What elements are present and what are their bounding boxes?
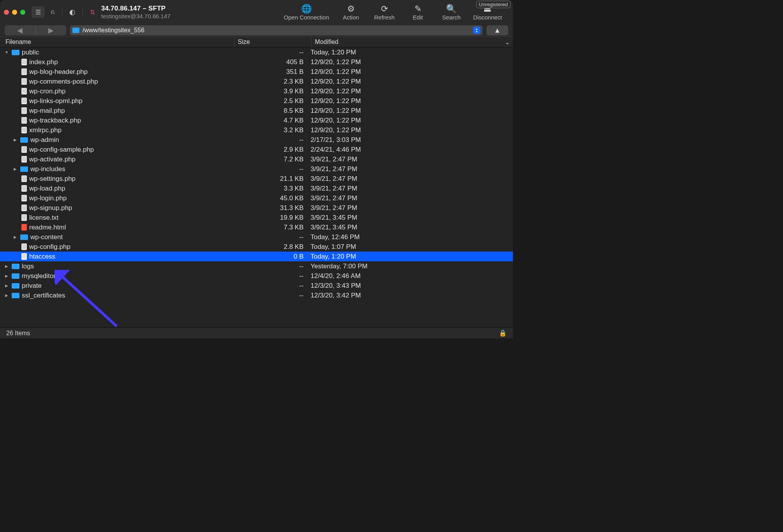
action-label: Disconnect [473, 14, 502, 21]
file-name: logs [22, 262, 34, 270]
clock-icon[interactable]: ◐ [69, 8, 75, 16]
disclosure-icon[interactable]: ▶ [12, 235, 18, 239]
file-size: -- [230, 292, 307, 299]
lock-icon: 🔒 [499, 329, 507, 337]
column-filename[interactable]: Filename [5, 38, 234, 46]
pathbar: ◀ ▶ /www/testingsitex_556 ▲▼ ▲ [0, 24, 513, 37]
file-row[interactable]: ▶ssl_certificates--12/3/20, 3:42 PM [0, 290, 513, 300]
column-modified[interactable]: Modified [311, 37, 501, 47]
action-label: Refresh [374, 14, 395, 21]
file-modified: Yesterday, 7:00 PM [307, 262, 513, 270]
open-connection-button[interactable]: 🌐 Open Connection [284, 4, 329, 21]
file-name: wp-trackback.php [29, 117, 81, 124]
edit-button[interactable]: ✎ Edit [406, 4, 430, 21]
file-size: 405 B [230, 58, 307, 66]
file-icon [21, 127, 27, 133]
refresh-button[interactable]: ⟳ Refresh [373, 4, 396, 21]
file-size: 351 B [230, 68, 307, 76]
gear-icon: ⚙︎ [347, 4, 355, 14]
disclosure-icon[interactable]: ▶ [4, 284, 9, 288]
file-row[interactable]: wp-comments-post.php2.3 KB12/9/20, 1:22 … [0, 77, 513, 86]
file-row[interactable]: readme.html7.3 KB3/9/21, 3:45 PM [0, 222, 513, 232]
column-size[interactable]: Size [234, 37, 311, 47]
folder-icon [12, 50, 19, 55]
file-name: wp-blog-header.php [29, 68, 88, 76]
file-row[interactable]: wp-trackback.php4.7 KB12/9/20, 1:22 PM [0, 116, 513, 125]
file-icon [21, 185, 27, 192]
file-icon [21, 175, 27, 182]
file-name: wp-links-opml.php [29, 97, 83, 105]
file-row[interactable]: ▶mysqleditor--12/4/20, 2:46 AM [0, 271, 513, 281]
window-controls [4, 10, 25, 15]
disclosure-icon[interactable]: ▶ [4, 293, 9, 298]
file-row[interactable]: index.php405 B12/9/20, 1:22 PM [0, 57, 513, 67]
sort-indicator-icon[interactable]: ⌄ [501, 38, 513, 46]
file-size: 21.1 KB [230, 175, 307, 183]
disclosure-icon[interactable]: ▼ [4, 50, 9, 54]
disclosure-icon[interactable]: ▶ [12, 167, 18, 171]
action-button[interactable]: ⚙︎ Action [339, 4, 363, 21]
item-count: 26 Items [6, 330, 30, 337]
disclosure-icon[interactable]: ▶ [4, 274, 9, 278]
up-directory-button[interactable]: ▲ [486, 25, 508, 35]
file-name: wp-includes [30, 165, 65, 173]
file-row[interactable]: wp-config.php2.8 KBToday, 1:07 PM [0, 242, 513, 252]
close-button[interactable] [4, 10, 9, 15]
minimize-button[interactable] [12, 10, 17, 15]
file-row[interactable]: wp-load.php3.3 KB3/9/21, 2:47 PM [0, 184, 513, 193]
file-name: wp-load.php [29, 185, 65, 192]
nav-history: ◀ ▶ [5, 25, 66, 35]
folder-icon [20, 234, 28, 240]
file-icon [21, 78, 27, 85]
file-icon [21, 88, 27, 94]
file-row[interactable]: wp-signup.php31.3 KB3/9/21, 2:47 PM [0, 203, 513, 213]
file-name: wp-activate.php [29, 156, 75, 163]
file-name: wp-config.php [29, 243, 70, 251]
file-row[interactable]: wp-activate.php7.2 KB3/9/21, 2:47 PM [0, 154, 513, 164]
titlebar: ☰ ⎌ ◐ ⇅ 34.70.86.147 – SFTP testingsitex… [0, 0, 513, 24]
file-name: htaccess [29, 253, 55, 261]
maximize-button[interactable] [20, 10, 25, 15]
file-row[interactable]: wp-config-sample.php2.9 KB2/24/21, 4:46 … [0, 145, 513, 154]
file-row[interactable]: wp-cron.php3.9 KB12/9/20, 1:22 PM [0, 86, 513, 96]
bookmarks-icon[interactable]: ⎌ [51, 9, 55, 16]
file-modified: 12/9/20, 1:22 PM [307, 88, 513, 95]
file-name: mysqleditor [22, 272, 56, 280]
path-field[interactable]: /www/testingsitex_556 ▲▼ [70, 25, 483, 35]
file-listing[interactable]: ▼public--Today, 1:20 PMindex.php405 B12/… [0, 47, 513, 327]
file-name: wp-settings.php [29, 175, 75, 183]
file-row[interactable]: license.txt19.9 KB3/9/21, 3:45 PM [0, 213, 513, 222]
file-row[interactable]: ▶wp-admin--2/17/21, 3:03 PM [0, 135, 513, 145]
search-button[interactable]: 🔍 Search [440, 4, 463, 21]
nav-forward-button[interactable]: ▶ [35, 25, 67, 35]
file-size: 2.3 KB [230, 78, 307, 86]
file-row[interactable]: ▶private--12/3/20, 3:43 PM [0, 281, 513, 290]
file-row[interactable]: ▶wp-includes--3/9/21, 2:47 PM [0, 164, 513, 174]
file-modified: 3/9/21, 3:45 PM [307, 224, 513, 231]
file-name: wp-signup.php [29, 204, 72, 212]
file-row[interactable]: wp-settings.php21.1 KB3/9/21, 2:47 PM [0, 174, 513, 184]
file-row[interactable]: ▶wp-content--Today, 12:46 PM [0, 232, 513, 242]
window-title-area: 34.70.86.147 – SFTP testingsitex@34.70.8… [101, 5, 170, 19]
file-size: 31.3 KB [230, 204, 307, 212]
file-row[interactable]: wp-login.php45.0 KB3/9/21, 2:47 PM [0, 193, 513, 203]
disclosure-icon[interactable]: ▶ [12, 138, 18, 142]
disclosure-icon[interactable]: ▶ [4, 264, 9, 268]
file-name: ssl_certificates [22, 292, 65, 299]
file-row[interactable]: wp-mail.php8.5 KB12/9/20, 1:22 PM [0, 106, 513, 116]
file-name: public [22, 49, 39, 56]
file-row[interactable]: ▼public--Today, 1:20 PM [0, 47, 513, 57]
file-size: 3.9 KB [230, 88, 307, 95]
view-toggle[interactable]: ☰ [32, 6, 45, 18]
path-stepper-icon[interactable]: ▲▼ [473, 27, 480, 34]
nav-back-button[interactable]: ◀ [5, 25, 35, 35]
file-row[interactable]: xmlrpc.php3.2 KB12/9/20, 1:22 PM [0, 125, 513, 135]
file-row[interactable]: ▶logs--Yesterday, 7:00 PM [0, 261, 513, 271]
file-row[interactable]: wp-blog-header.php351 B12/9/20, 1:22 PM [0, 67, 513, 77]
file-name: wp-config-sample.php [29, 146, 94, 154]
pencil-icon: ✎ [414, 4, 421, 14]
transfer-icon[interactable]: ⇅ [90, 9, 95, 16]
file-size: 3.3 KB [230, 185, 307, 192]
file-row[interactable]: wp-links-opml.php2.5 KB12/9/20, 1:22 PM [0, 96, 513, 106]
file-row[interactable]: htaccess0 BToday, 1:20 PM [0, 252, 513, 261]
